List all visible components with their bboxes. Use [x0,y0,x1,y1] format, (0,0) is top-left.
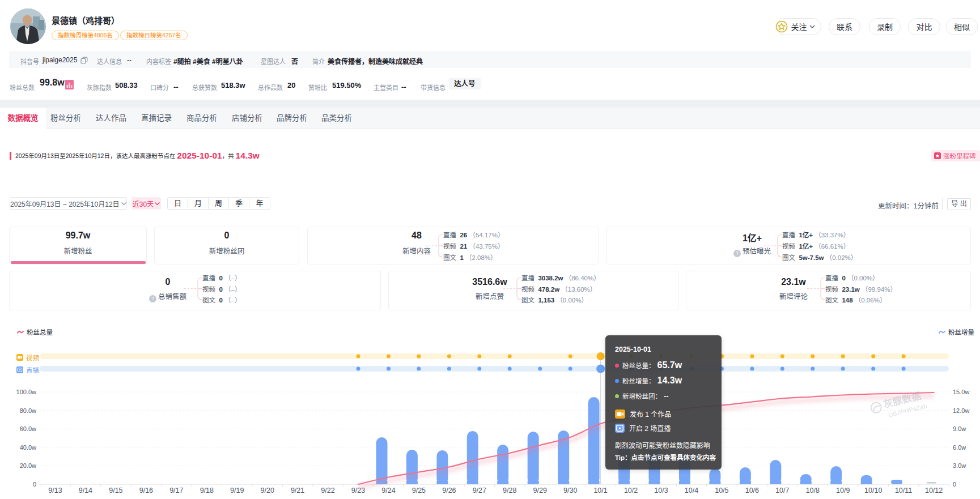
svg-text:9/16: 9/16 [139,487,153,494]
svg-text:9/14: 9/14 [79,487,92,494]
svg-text:9/22: 9/22 [321,487,334,494]
svg-text:10/5: 10/5 [715,487,728,494]
svg-text:20.0w: 20.0w [20,462,36,469]
svg-text:10/1: 10/1 [593,487,607,494]
svg-text:9/15: 9/15 [109,487,122,494]
svg-text:10/3: 10/3 [654,487,668,494]
svg-text:9/28: 9/28 [503,487,516,494]
svg-text:40.0w: 40.0w [20,444,36,451]
svg-text:0: 0 [953,481,956,488]
svg-text:6.0w: 6.0w [953,444,966,451]
svg-text:10/6: 10/6 [745,487,759,494]
svg-text:9/30: 9/30 [563,487,577,494]
svg-text:10/4: 10/4 [685,487,698,494]
svg-text:10/10: 10/10 [864,487,882,494]
svg-text:9/29: 9/29 [533,487,547,494]
svg-text:9/26: 9/26 [442,487,456,494]
svg-text:10/11: 10/11 [895,487,912,494]
svg-text:9/20: 9/20 [261,487,274,494]
svg-text:10/12: 10/12 [925,487,943,494]
svg-text:12.0w: 12.0w [953,407,969,414]
svg-text:9/25: 9/25 [412,487,426,494]
svg-text:10/7: 10/7 [775,487,789,494]
svg-text:3.0w: 3.0w [953,462,966,469]
svg-text:9/13: 9/13 [48,487,62,494]
svg-text:9/21: 9/21 [291,487,304,494]
svg-text:60.0w: 60.0w [20,425,36,432]
svg-text:9/18: 9/18 [200,487,214,494]
svg-text:9/24: 9/24 [381,487,395,494]
svg-text:9/27: 9/27 [473,487,486,494]
svg-text:10/8: 10/8 [806,487,820,494]
svg-text:9.0w: 9.0w [953,425,966,432]
svg-text:80.0w: 80.0w [20,407,36,414]
svg-text:10/9: 10/9 [836,487,850,494]
svg-text:15.0w: 15.0w [953,389,969,395]
svg-text:9/17: 9/17 [169,487,183,494]
svg-text:0: 0 [33,481,36,488]
svg-text:100.0w: 100.0w [16,389,37,395]
svg-text:9/19: 9/19 [230,487,244,494]
svg-text:10/2: 10/2 [624,487,638,494]
